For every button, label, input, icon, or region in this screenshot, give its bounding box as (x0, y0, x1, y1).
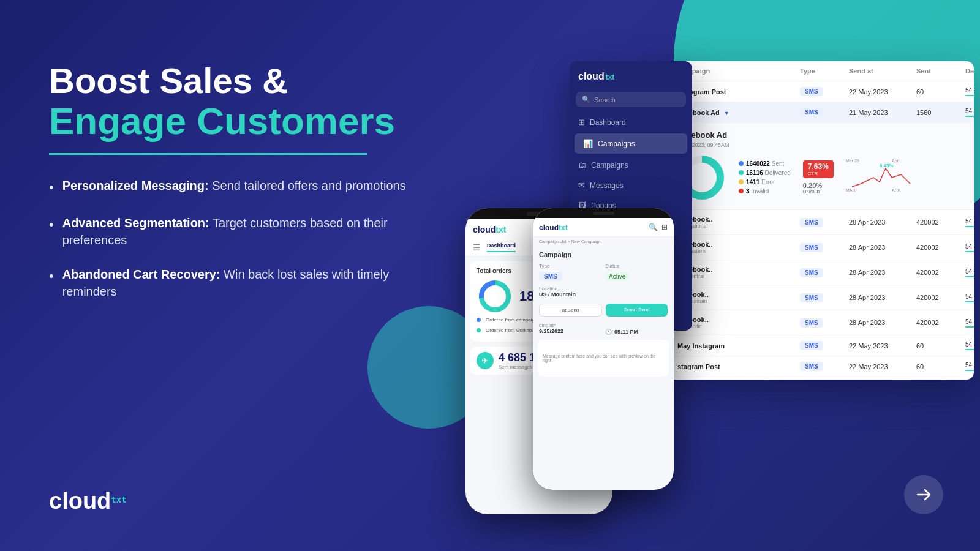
row-sendat: 28 Apr 2023 (849, 294, 916, 301)
svg-text:6.45%: 6.45% (880, 163, 894, 168)
at-send-btn[interactable]: at Send (539, 304, 602, 317)
table-row[interactable]: May Instagram SMS 22 May 2023 60 54 (95%… (668, 335, 974, 356)
row-type: SMS (800, 268, 823, 277)
feature-bold-1: Advanced Segmentation: (62, 216, 209, 230)
row-name-cell: Facebook..US/Eastern (677, 241, 800, 254)
row-delivered: 54 (95%) (965, 293, 974, 302)
phone-logo: cloudtxt (473, 224, 506, 235)
chevron-down-icon: ▼ (724, 110, 729, 116)
row-delivered: 54 (95%) (965, 108, 974, 117)
sidebar-search-box[interactable]: 🔍 Search (576, 92, 686, 107)
logo-txt: txt (111, 493, 126, 513)
dashboard-icon: ⊞ (578, 118, 585, 127)
feature-item-segmentation: • Advanced Segmentation: Target customer… (49, 214, 429, 249)
row-name-cell: Facebook..US/Central (677, 266, 800, 279)
row-sendat: 28 Apr 2023 (849, 219, 916, 226)
row-sent: 420002 (916, 319, 965, 326)
orders-donut (477, 278, 513, 315)
logo-cloud: cloud (49, 488, 111, 514)
row-sendat: 22 May 2023 (849, 342, 916, 350)
expanded-facebook-ad-row: Facebook Ad 5 Apr 2023, 09:45AM 1640022 … (668, 123, 974, 210)
row-sent: 60 (916, 88, 965, 96)
sidebar-logo-txt: txt (606, 73, 615, 81)
ctr-badge: 7.63% CTR (803, 160, 834, 178)
phone-campaign: cloudtxt 🔍 ⊞ Campaign List > New Campaig… (533, 208, 674, 490)
svg-text:Mar 28: Mar 28 (846, 159, 859, 163)
table-row[interactable]: stagram Post SMS 22 May 2023 60 54 (95%)… (668, 356, 974, 377)
row-delivered: 54 (95%) (965, 341, 974, 350)
feature-item-cart-recovery: • Abandoned Cart Recovery: Win back lost… (49, 266, 429, 300)
table-row[interactable]: Facebook..US/Central SMS 28 Apr 2023 420… (668, 260, 974, 285)
nav-dashboard[interactable]: Dashboard (487, 242, 516, 252)
bullet-icon: • (49, 267, 54, 286)
ctr-unsub-badges: 7.63% CTR 0.20% UNSUB (803, 160, 834, 195)
table-row-facebook-ad[interactable]: Facebook Ad ▼ SMS 21 May 2023 1560 54 (9… (668, 102, 974, 123)
row-sendat: 22 May 2023 (849, 88, 916, 96)
bullet-icon: • (49, 216, 54, 234)
row-sent: 60 (916, 342, 965, 350)
messages-icon: ✉ (578, 181, 585, 190)
row-name-cell: Facebook..International (677, 216, 800, 229)
expanded-title: Facebook Ad (677, 130, 964, 140)
row-type: SMS (800, 362, 823, 371)
sidebar-item-campaigns2[interactable]: 🗂 Campaigns (570, 155, 692, 175)
feature-item-messaging: • Personalized Messaging: Send tailored … (49, 177, 429, 197)
table-row[interactable]: acebook..Sr/Mountain SMS 28 Apr 2023 420… (668, 285, 974, 310)
smart-send-btn[interactable]: Smart Send (606, 304, 668, 317)
row-sendat: 28 Apr 2023 (849, 319, 916, 326)
row-type: SMS (800, 218, 823, 227)
row-name: May Instagram (677, 342, 800, 350)
sidebar-item-campaigns[interactable]: 📊 Campaigns (575, 133, 687, 154)
row-delivered: 54 (95%) (965, 268, 974, 277)
row-sendat: 22 May 2023 (849, 363, 916, 370)
col-sent: Sent (916, 67, 965, 75)
row-delivered: 54 (95%) (965, 243, 974, 252)
type-row: Type SMS Status Active (533, 261, 674, 283)
feature-list: • Personalized Messaging: Send tailored … (49, 177, 429, 300)
feature-bold-0: Personalized Messaging: (62, 179, 209, 192)
phone2-header: cloudtxt 🔍 ⊞ (533, 218, 674, 237)
location-row: Location US / Mountain (533, 283, 674, 300)
main-panel: Campaign Type Send at Sent Delivered Cli… (668, 61, 974, 380)
expanded-date: 5 Apr 2023, 09:45AM (677, 142, 964, 148)
send-options-row: at Send Smart Send (533, 300, 674, 320)
feature-bold-2: Abandoned Cart Recovery: (62, 268, 221, 281)
row-delivered: 54 (95%) (965, 362, 974, 371)
row-name: Facebook Ad ▼ (677, 109, 800, 116)
table-row[interactable]: Facebook..International SMS 28 Apr 2023 … (668, 210, 974, 235)
breadcrumb: Campaign List > New Campaign (533, 237, 674, 246)
table-row[interactable]: Instagram Post SMS 22 May 2023 60 54 (95… (668, 81, 974, 102)
search-icon: 🔍 (582, 96, 590, 103)
svg-text:MAR: MAR (846, 188, 856, 192)
sidebar-item-dashboard[interactable]: ⊞ Dashboard (570, 112, 692, 132)
row-name: stagram Post (677, 363, 800, 370)
sidebar-label-campaigns: Campaigns (598, 140, 635, 148)
logo-bottom: cloud txt (49, 488, 127, 514)
sidebar-label-dashboard: Dashboard (590, 118, 626, 127)
table-row[interactable]: acebook..So/Pacific SMS 28 Apr 2023 4200… (668, 310, 974, 335)
row-sent: 60 (916, 363, 965, 370)
search-icon2: 🔍 (649, 223, 658, 231)
row-delivered: 54 (95%) (965, 218, 974, 227)
table-header: Campaign Type Send at Sent Delivered Cli… (668, 61, 974, 81)
status-badge: Active (605, 272, 629, 281)
campaign-title: Campaign (533, 246, 674, 261)
table-row[interactable]: Facebook..US/Eastern SMS 28 Apr 2023 420… (668, 235, 974, 260)
sidebar-label-campaigns2: Campaigns (591, 161, 628, 170)
row-name: Instagram Post (677, 88, 800, 96)
row-sent: 420002 (916, 219, 965, 226)
left-content-area: Boost Sales & Engage Customers • Persona… (49, 61, 429, 300)
date-row: ding at* 9/25/2022 🕐 05:11 PM (533, 320, 674, 337)
headline: Boost Sales & Engage Customers (49, 61, 429, 142)
col-campaign: Campaign (677, 67, 800, 75)
row-type: SMS (800, 87, 823, 96)
clock-icon: 🕐 (605, 329, 612, 335)
feature-text-0: Send tailored offers and promotions (209, 179, 406, 192)
phone2-notch (533, 208, 674, 218)
sidebar-item-messages[interactable]: ✉ Messages (570, 175, 692, 195)
line-chart: Mar 28 Apr 6.45% MAR APR (846, 156, 964, 199)
message-icon: ✈ (477, 352, 494, 369)
phone2-logo: cloudtxt (539, 222, 568, 233)
row-type: SMS (800, 341, 823, 350)
donut-legend: 1640022 Sent 16116 Delivered 1411 Error … (739, 160, 791, 195)
